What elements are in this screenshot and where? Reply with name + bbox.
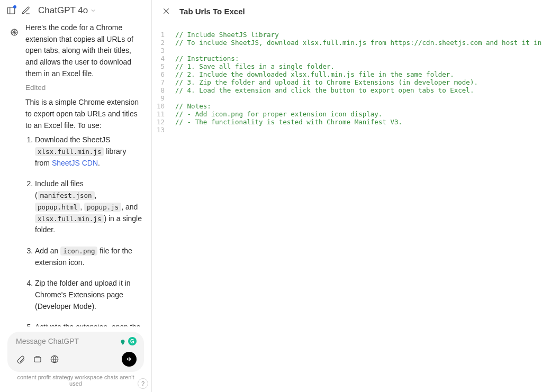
list-item: Activate the extension, open the popup, … [35, 322, 143, 326]
composer-area: Message ChatGPT G [0, 326, 151, 392]
line-content: // 4. Load the extension and click the b… [168, 86, 474, 94]
canvas-title: Tab Urls To Excel [179, 7, 245, 16]
sheetjs-cdn-link[interactable]: SheetJS CDN [52, 159, 98, 167]
line-number: 11 [152, 110, 168, 118]
svg-rect-9 [130, 358, 131, 360]
help-button[interactable]: ? [138, 378, 148, 389]
line-number: 6 [152, 70, 168, 78]
list-item: Add an icon.png file for the extension i… [35, 245, 143, 268]
composer-badges: G [120, 337, 137, 345]
line-number: 10 [152, 102, 168, 110]
line-number: 12 [152, 118, 168, 126]
svg-rect-7 [128, 358, 128, 360]
code-inline: popup.js [84, 203, 121, 212]
line-content: // Notes: [168, 102, 211, 110]
code-line[interactable]: 9 [152, 94, 542, 102]
attach-icon[interactable] [16, 354, 25, 364]
line-content [168, 94, 175, 102]
voice-send-button[interactable] [122, 352, 137, 367]
new-chat-icon[interactable] [21, 6, 31, 15]
line-number: 13 [152, 126, 168, 134]
line-content: // 2. Include the downloaded xlsx.full.m… [168, 70, 454, 78]
toggle-sidebar-icon[interactable] [6, 6, 16, 15]
line-number: 4 [152, 54, 168, 62]
svg-rect-0 [7, 7, 15, 14]
list-item: Zip the folder and upload it in Chrome's… [35, 278, 143, 312]
line-content: // 3. Zip the folder and upload it to Ch… [168, 78, 478, 86]
line-number: 2 [152, 39, 168, 47]
tools-icon[interactable] [33, 354, 42, 364]
code-inline: icon.png [60, 247, 97, 256]
code-line[interactable]: 4// Instructions: [152, 54, 542, 62]
canvas-header: Tab Urls To Excel [152, 0, 542, 22]
model-selector[interactable]: ChatGPT 4o [38, 5, 96, 16]
line-content [168, 126, 175, 134]
message-intro: Here's the code for a Chrome extension t… [25, 22, 143, 79]
line-content: // Instructions: [168, 54, 239, 62]
code-line[interactable]: 6// 2. Include the downloaded xlsx.full.… [152, 70, 542, 78]
list-item: Download the SheetJS xlsx.full.min.js li… [35, 134, 143, 169]
code-line[interactable]: 2// To include SheetJS, download xlsx.fu… [152, 39, 542, 47]
line-content: // 1. Save all files in a single folder. [168, 62, 335, 70]
model-label: ChatGPT 4o [38, 5, 88, 16]
code-editor[interactable]: 1// Include SheetJS library2// To includ… [152, 22, 542, 392]
code-inline: xlsx.full.min.js [35, 214, 104, 223]
svg-rect-8 [129, 358, 129, 361]
line-content: // - Add icon.png for proper extension i… [168, 110, 382, 118]
chat-header: ChatGPT 4o [0, 0, 151, 21]
code-line[interactable]: 13 [152, 126, 542, 134]
code-line[interactable]: 7// 3. Zip the folder and upload it to C… [152, 78, 542, 86]
canvas-panel: Tab Urls To Excel 1// Include SheetJS li… [152, 0, 542, 392]
close-icon[interactable] [161, 6, 171, 16]
grammarly-icon[interactable]: G [128, 337, 137, 345]
code-line[interactable]: 3 [152, 47, 542, 54]
message-summary: This is a simple Chrome extension to exp… [25, 97, 143, 131]
line-content: // Include SheetJS library [168, 31, 279, 39]
code-line[interactable]: 11// - Add icon.png for proper extension… [152, 110, 542, 118]
chat-panel: ChatGPT 4o Here's the code for a Chrome … [0, 0, 152, 392]
chevron-down-icon [90, 7, 96, 14]
line-content: // - The functionality is tested with Ch… [168, 118, 402, 126]
line-number: 1 [152, 31, 168, 39]
line-number: 3 [152, 47, 168, 54]
web-icon[interactable] [50, 354, 59, 364]
composer[interactable]: Message ChatGPT G [7, 332, 144, 372]
code-inline: xlsx.full.min.js [35, 147, 104, 156]
steps-list: Download the SheetJS xlsx.full.min.js li… [25, 134, 143, 326]
line-number: 8 [152, 86, 168, 94]
line-content: // To include SheetJS, download xlsx.ful… [168, 39, 542, 47]
code-inline: manifest.json [38, 191, 95, 200]
code-line[interactable]: 5// 1. Save all files in a single folder… [152, 62, 542, 70]
list-item: Include all files (manifest.json, popup.… [35, 178, 143, 235]
edited-label: Edited [25, 83, 143, 94]
line-number: 7 [152, 78, 168, 86]
app-root: ChatGPT 4o Here's the code for a Chrome … [0, 0, 542, 392]
code-line[interactable]: 8// 4. Load the extension and click the … [152, 86, 542, 94]
code-line[interactable]: 1// Include SheetJS library [152, 31, 542, 39]
code-line[interactable]: 10// Notes: [152, 102, 542, 110]
chat-scroll[interactable]: Here's the code for a Chrome extension t… [0, 21, 151, 326]
line-content [168, 47, 175, 54]
assistant-message: Here's the code for a Chrome extension t… [25, 21, 143, 326]
location-pin-icon[interactable] [120, 338, 126, 344]
line-number: 9 [152, 94, 168, 102]
footer-note: content profit strategy workspace chats … [7, 372, 144, 390]
composer-placeholder: Message ChatGPT [16, 337, 79, 345]
code-line[interactable]: 12// - The functionality is tested with … [152, 118, 542, 126]
code-inline: popup.html [35, 203, 80, 212]
svg-rect-5 [34, 357, 41, 362]
line-number: 5 [152, 62, 168, 70]
